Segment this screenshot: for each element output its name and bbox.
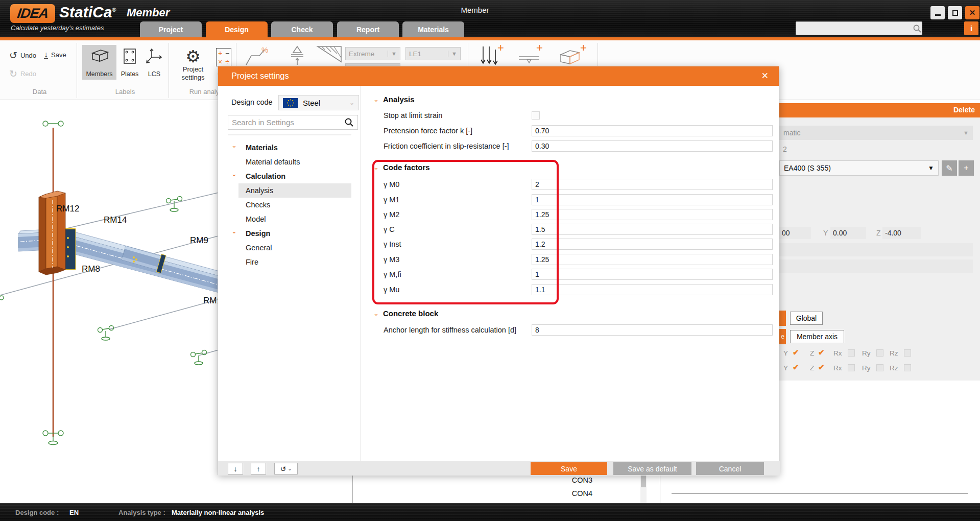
stop-at-limit-strain-checkbox[interactable] bbox=[532, 111, 540, 120]
dof-z-checkbox-checked[interactable]: ✔ bbox=[818, 348, 825, 357]
cancel-button[interactable]: Cancel bbox=[696, 462, 764, 475]
save-button[interactable]: ↓ Save bbox=[44, 51, 66, 59]
dof-rz-checkbox[interactable] bbox=[904, 349, 911, 357]
search-icon bbox=[913, 24, 922, 33]
gamma-c-input[interactable] bbox=[532, 224, 773, 235]
tree-item-materials[interactable]: ⌄ Materials bbox=[218, 140, 361, 155]
section-code-factors[interactable]: ⌄ Code factors bbox=[373, 163, 430, 172]
maximize-button[interactable] bbox=[948, 6, 962, 19]
add-support-icon: + bbox=[516, 43, 546, 66]
stress-strain-button[interactable]: % bbox=[244, 45, 271, 66]
load-diagram-button[interactable] bbox=[316, 44, 344, 66]
plates-button[interactable]: Plates bbox=[117, 45, 142, 80]
settings-search-input[interactable] bbox=[232, 118, 344, 127]
tab-materials[interactable]: Materials bbox=[402, 21, 464, 37]
dialog-close-button[interactable]: ✕ bbox=[761, 70, 769, 81]
section-analysis[interactable]: ⌄ Analysis bbox=[373, 95, 415, 104]
friction-label: Friction coefficient in slip-resistance … bbox=[384, 142, 509, 150]
members-button[interactable]: Members bbox=[82, 45, 116, 80]
connection-list-scrollbar[interactable] bbox=[640, 474, 647, 503]
empty-field-row bbox=[779, 259, 973, 273]
chip-member-axis[interactable]: Member axis bbox=[790, 330, 844, 343]
reset-button[interactable]: ↺ ⌄ bbox=[274, 463, 298, 475]
tab-design[interactable]: Design bbox=[206, 21, 268, 37]
supports-view-button[interactable] bbox=[286, 44, 308, 66]
members-box-icon bbox=[89, 48, 110, 63]
cross-section-dropdown[interactable]: EA400 (S 355) ▼ bbox=[779, 160, 939, 176]
info-button[interactable]: i bbox=[964, 21, 978, 35]
tree-item-analysis[interactable]: Analysis bbox=[218, 183, 361, 198]
section-concrete-block[interactable]: ⌄ Concrete block bbox=[373, 309, 438, 318]
delete-button[interactable]: Delete bbox=[953, 106, 975, 114]
add-support-button[interactable]: + bbox=[516, 43, 546, 66]
gamma-m0-input[interactable] bbox=[532, 179, 773, 190]
redo-button[interactable]: ↻ Redo bbox=[9, 69, 36, 79]
edit-cross-section-button[interactable]: ✎ bbox=[942, 160, 957, 176]
dof-y-checkbox-checked[interactable]: ✔ bbox=[793, 363, 799, 372]
add-load-button[interactable]: + bbox=[477, 43, 506, 66]
dof-rx-checkbox[interactable] bbox=[848, 364, 855, 371]
add-member-button[interactable]: + bbox=[557, 43, 589, 66]
anchor-length-input[interactable] bbox=[532, 324, 773, 336]
coord-z-field[interactable]: -4.00 bbox=[882, 227, 921, 239]
gamma-m1-input[interactable] bbox=[532, 194, 773, 205]
friction-input[interactable] bbox=[532, 140, 773, 152]
save-settings-button[interactable]: Save bbox=[531, 462, 607, 475]
extreme-dropdown[interactable]: Extreme ▼ bbox=[345, 47, 400, 60]
tree-item-general[interactable]: General bbox=[218, 241, 361, 255]
add-cross-section-button[interactable]: + bbox=[959, 160, 974, 176]
support-rm1 bbox=[98, 326, 114, 341]
coord-x-field[interactable]: 00 bbox=[779, 227, 811, 239]
dof-rz-checkbox[interactable] bbox=[904, 364, 911, 371]
gamma-m2-input[interactable] bbox=[532, 209, 773, 220]
design-code-value: Steel bbox=[303, 99, 320, 107]
pretension-input[interactable] bbox=[532, 125, 773, 136]
close-window-button[interactable]: ✕ bbox=[965, 6, 979, 19]
chevron-down-icon: ⌄ bbox=[288, 466, 292, 471]
settings-search-box[interactable] bbox=[228, 115, 358, 130]
dialog-header[interactable]: Project settings ✕ bbox=[218, 66, 779, 86]
undo-icon: ↺ bbox=[9, 51, 17, 60]
load-effect-dropdown[interactable]: LE1 ▼ bbox=[405, 47, 461, 60]
type-dropdown[interactable]: matic ▼ bbox=[779, 126, 973, 140]
dof-ry-checkbox[interactable] bbox=[876, 349, 883, 357]
global-search-box[interactable] bbox=[796, 21, 922, 35]
tree-item-model[interactable]: Model bbox=[218, 212, 361, 226]
global-search-input[interactable] bbox=[796, 25, 913, 32]
add-member-box-icon: + bbox=[557, 43, 589, 66]
dof-ry-checkbox[interactable] bbox=[876, 364, 883, 371]
list-item-con4[interactable]: CON4 bbox=[531, 489, 633, 498]
gamma-mu-label: γ Mu bbox=[384, 286, 399, 294]
move-up-button[interactable]: ↑ bbox=[251, 463, 266, 475]
dof-z-checkbox-checked[interactable]: ✔ bbox=[818, 363, 825, 372]
undo-label: Undo bbox=[20, 52, 36, 59]
project-settings-button[interactable]: ⚙ Projectsettings bbox=[174, 45, 212, 80]
design-code-dropdown[interactable]: Steel ⌄ bbox=[278, 95, 359, 110]
list-item-con3[interactable]: CON3 bbox=[531, 476, 633, 484]
tree-item-design[interactable]: ⌄ Design bbox=[218, 226, 361, 241]
gamma-inst-input[interactable] bbox=[532, 239, 773, 250]
dof-rx-checkbox[interactable] bbox=[848, 349, 855, 357]
minimize-button[interactable] bbox=[930, 6, 945, 19]
tree-item-calculation[interactable]: ⌄ Calculation bbox=[218, 169, 361, 183]
tree-item-checks[interactable]: Checks bbox=[218, 198, 361, 212]
undo-button[interactable]: ↺ Undo bbox=[9, 51, 36, 60]
gear-icon: ⚙ bbox=[185, 48, 201, 65]
gamma-m3-input[interactable] bbox=[532, 254, 773, 265]
cross-section-value: EA400 (S 355) bbox=[784, 164, 831, 172]
coord-y-field[interactable]: 0.00 bbox=[830, 227, 866, 239]
horizontal-rule bbox=[672, 493, 968, 494]
tab-check[interactable]: Check bbox=[271, 21, 333, 37]
gamma-mu-input[interactable] bbox=[532, 284, 773, 295]
scrollbar-thumb[interactable] bbox=[641, 474, 646, 487]
tree-item-material-defaults[interactable]: Material defaults bbox=[218, 155, 361, 169]
chip-global[interactable]: Global bbox=[790, 312, 823, 325]
gamma-mfi-input[interactable] bbox=[532, 269, 773, 280]
tab-project[interactable]: Project bbox=[140, 21, 202, 37]
move-down-button[interactable]: ↓ bbox=[228, 463, 243, 475]
save-as-default-button[interactable]: Save as default bbox=[613, 462, 691, 475]
dof-y-checkbox-checked[interactable]: ✔ bbox=[793, 348, 799, 357]
tree-item-fire[interactable]: Fire bbox=[218, 255, 361, 269]
lcs-button[interactable]: LCS bbox=[143, 45, 165, 80]
tab-report[interactable]: Report bbox=[337, 21, 399, 37]
